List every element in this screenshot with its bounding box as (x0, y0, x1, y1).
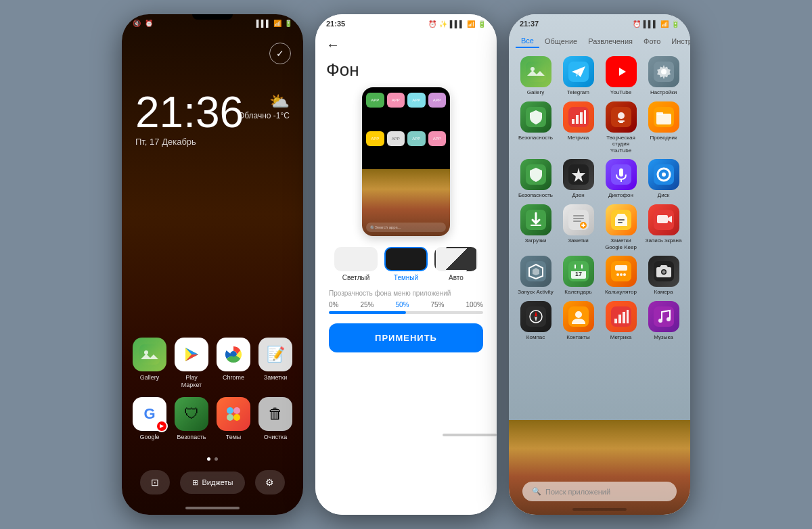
metrika-icon[interactable] (563, 101, 594, 133)
google-icon[interactable]: G ▶ (133, 397, 166, 431)
explorer-icon[interactable] (648, 101, 679, 133)
theme-light-option[interactable]: Светлый (334, 247, 378, 281)
list-item[interactable]: 🗑 Очистка (258, 397, 292, 441)
contacts-icon[interactable] (563, 301, 594, 332)
theme-dark-option[interactable]: Темный (384, 247, 428, 281)
list-item[interactable]: Безопасность (517, 159, 554, 199)
notes-icon[interactable]: 📝 (258, 338, 292, 371)
list-item[interactable]: Безопасность (517, 101, 554, 154)
tab-tools[interactable]: Инстру... (666, 35, 690, 47)
list-item[interactable]: Калькулятор (602, 256, 639, 296)
chrome-icon[interactable] (217, 338, 250, 371)
list-item[interactable]: Telegram (560, 56, 597, 96)
notes-label: Заметки (264, 374, 287, 382)
theme-auto-option[interactable]: Авто (434, 247, 478, 281)
list-item[interactable]: Музыка (645, 301, 682, 341)
recorder-icon[interactable] (606, 159, 637, 190)
list-item[interactable]: G ▶ Google (133, 397, 166, 441)
calendar-icon[interactable]: 17 (563, 256, 594, 287)
auto-swatch[interactable] (434, 247, 478, 271)
tab-entertainment[interactable]: Развлечения (583, 35, 638, 47)
mini-app-8: APP (428, 131, 447, 146)
disk-icon[interactable] (648, 159, 679, 190)
list-item[interactable]: YouTube (602, 56, 639, 96)
clean-icon[interactable]: 🗑 (258, 397, 292, 431)
music-icon[interactable] (648, 301, 679, 332)
gallery-icon[interactable] (133, 338, 166, 371)
svg-rect-76 (618, 315, 621, 323)
list-item[interactable]: Настройки (645, 56, 682, 96)
notepad-icon[interactable] (563, 204, 594, 235)
list-item[interactable]: 📝 Заметки (258, 338, 292, 389)
gallery-svg-d (526, 62, 546, 82)
list-item[interactable]: Загрузки (517, 204, 554, 250)
metrika2-svg (611, 306, 631, 327)
list-item[interactable]: Заметки (560, 204, 597, 250)
calculator-icon[interactable] (606, 256, 637, 287)
list-item[interactable]: 17 Календарь (560, 256, 597, 296)
dark-swatch[interactable] (384, 247, 428, 271)
list-item[interactable]: Дзен (560, 159, 597, 199)
list-item[interactable]: Заметки Google Keep (602, 204, 639, 250)
compass-icon[interactable] (520, 301, 551, 332)
list-item[interactable]: Камера (645, 256, 682, 296)
yt-studio-label: Творческая студия YouTube (602, 135, 639, 154)
list-item[interactable]: Запуск Activity (517, 256, 554, 296)
list-item[interactable]: Компас (517, 301, 554, 341)
zen-icon[interactable] (563, 159, 594, 190)
drawer-search-bar[interactable]: 🔍 Поиск приложений (522, 482, 677, 501)
screenrec-icon[interactable] (648, 204, 679, 235)
metrika2-icon[interactable] (606, 301, 637, 332)
telegram-icon[interactable] (563, 56, 594, 87)
check-button[interactable]: ✓ (269, 43, 291, 64)
list-item[interactable]: Творческая студия YouTube (602, 101, 639, 154)
keep-icon[interactable] (606, 204, 637, 235)
list-item[interactable]: Диск (645, 159, 682, 199)
gallery-drawer-icon[interactable] (520, 56, 551, 87)
playmarket-icon[interactable] (175, 338, 208, 371)
security2-icon[interactable] (520, 101, 551, 133)
list-item[interactable]: 🛡 Безопасть (175, 397, 208, 441)
recent-apps-button[interactable]: ⊡ (140, 470, 170, 495)
list-item[interactable]: Метрика (560, 101, 597, 154)
list-item[interactable]: Запись экрана (645, 204, 682, 250)
widgets-icon: ⊞ (192, 478, 198, 487)
list-item[interactable]: Проводник (645, 101, 682, 154)
tab-photo[interactable]: Фото (638, 35, 666, 47)
svg-point-67 (662, 271, 665, 274)
chrome-svg (224, 345, 243, 364)
mini-app-4: APP (428, 93, 447, 108)
tab-communication[interactable]: Общение (539, 35, 583, 47)
search-placeholder-drawer: Поиск приложений (545, 488, 610, 496)
security-icon[interactable]: 🛡 (175, 397, 208, 431)
themes-icon[interactable] (217, 397, 250, 431)
svg-point-6 (227, 414, 233, 421)
list-item[interactable]: Контакты (560, 301, 597, 341)
widgets-button[interactable]: ⊞ Виджеты (180, 472, 246, 494)
list-item[interactable]: Gallery (133, 338, 166, 389)
list-item[interactable]: Play Маркет (175, 338, 208, 389)
wallpaper-search-bar: 🔍 Search apps... (366, 223, 446, 232)
zen-label: Дзен (572, 192, 584, 199)
youtube-icon[interactable] (606, 56, 637, 87)
list-item[interactable]: Метрика (602, 301, 639, 341)
settings-button[interactable]: ⚙ (255, 470, 285, 495)
transparency-slider[interactable] (329, 311, 483, 314)
downloads-icon[interactable] (520, 204, 551, 235)
tab-all[interactable]: Все (516, 34, 539, 48)
security3-icon[interactable] (520, 159, 551, 190)
yt-studio-icon[interactable] (606, 101, 637, 133)
phone2-content: 21:35 ⏰ ✨ ▌▌▌ 📶 🔋 ← Фон APP APP (315, 14, 497, 515)
list-item[interactable]: Диктофон (602, 159, 639, 199)
back-button[interactable]: ← (326, 37, 340, 53)
camera-icon[interactable] (648, 256, 679, 287)
battery-icon: 🔋 (284, 20, 292, 27)
activity-icon[interactable] (520, 256, 551, 287)
wallpaper-preview: APP APP APP APP APP APP APP APP 🔍 Search… (362, 87, 450, 236)
light-swatch[interactable] (334, 247, 378, 271)
apply-button[interactable]: ПРИМЕНИТЬ (329, 323, 483, 352)
settings-drawer-icon[interactable] (648, 56, 679, 87)
list-item[interactable]: Gallery (517, 56, 554, 96)
list-item[interactable]: Chrome (217, 338, 250, 389)
list-item[interactable]: Темы (217, 397, 250, 441)
